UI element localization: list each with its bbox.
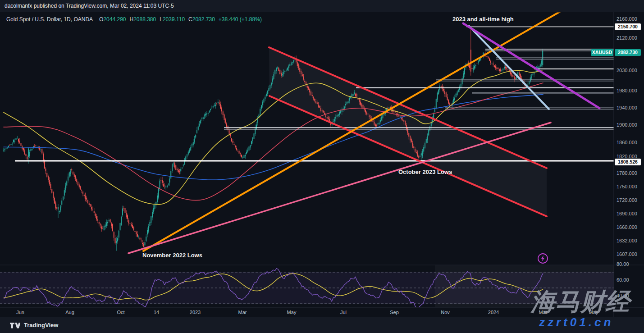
price-axis-tick[interactable]: 2160.000	[617, 16, 637, 22]
close-value: 2082.730	[192, 16, 215, 23]
price-zone	[496, 57, 614, 59]
open-value: 2044.290	[103, 16, 126, 23]
time-axis-tick[interactable]: 2024	[488, 310, 499, 315]
lightning-bolt-icon[interactable]	[537, 253, 548, 264]
close-label: C	[188, 16, 192, 23]
price-axis-tick[interactable]: 1607.000	[617, 251, 637, 257]
publish-info-bar: dacolmanfx published on TradingView.com,…	[0, 0, 644, 12]
price-tag: 1808.526	[615, 159, 641, 165]
time-axis-tick[interactable]: Aug	[65, 310, 74, 315]
time-axis-tick[interactable]: Jun	[16, 310, 24, 315]
watermark-text: 海马财经	[531, 286, 630, 319]
price-axis-tick[interactable]: 1632.000	[617, 238, 637, 243]
time-axis-tick[interactable]: Oct	[117, 310, 124, 315]
main-pane[interactable]	[3, 8, 614, 255]
rsi-axis-tick[interactable]: 80.00	[617, 261, 629, 267]
low-value: 2039.110	[163, 16, 185, 23]
price-axis-tick[interactable]: 1980.000	[617, 88, 637, 93]
annotation-label: 2023 and all-time high	[452, 16, 514, 23]
time-axis-tick[interactable]: 14	[154, 310, 159, 315]
high-value: 2088.380	[133, 16, 156, 23]
time-axis-tick[interactable]: 2023	[190, 310, 201, 315]
price-axis-tick[interactable]: 1750.000	[617, 184, 637, 189]
price-axis-tick[interactable]: 2030.000	[617, 68, 637, 73]
time-axis-tick[interactable]: Jul	[340, 310, 347, 315]
price-tag: 2082.730	[615, 49, 641, 56]
rsi-axis-tick[interactable]: 60.00	[617, 277, 629, 283]
publish-info-text: dacolmanfx published on TradingView.com,…	[5, 3, 174, 9]
symbol-title: Gold Spot / U.S. Dollar, 1D, OANDA	[6, 16, 93, 23]
time-axis-tick[interactable]: Mar	[238, 310, 247, 315]
price-zone	[445, 108, 614, 109]
tradingview-logo[interactable]	[10, 321, 20, 329]
trendline-descending-lightblue[interactable]	[469, 26, 549, 109]
symbol-legend[interactable]: Gold Spot / U.S. Dollar, 1D, OANDAO2044.…	[6, 16, 262, 23]
time-axis-tick[interactable]: May	[287, 310, 297, 315]
price-axis-tick[interactable]: 1940.000	[617, 105, 637, 110]
rsi-pane[interactable]	[0, 265, 614, 308]
price-axis-tick[interactable]: 1780.000	[617, 170, 637, 176]
footer-brand[interactable]: TradingView	[24, 322, 58, 328]
price-tag: 2150.700	[615, 23, 641, 30]
price-axis-tick[interactable]: 1690.000	[617, 211, 637, 216]
ticker-tag: XAUUSD	[591, 49, 613, 56]
price-axis-tick[interactable]: 1900.000	[617, 122, 637, 128]
time-axis-tick[interactable]: Nov	[441, 310, 450, 315]
price-axis-tick[interactable]: 1660.000	[617, 224, 637, 230]
price-zone	[436, 79, 614, 81]
price-axis-tick[interactable]: 2120.000	[617, 35, 637, 41]
annotation-label: October 2023 Lows	[398, 169, 452, 175]
annotation-label: November 2022 Lows	[142, 252, 202, 259]
price-axis-tick[interactable]: 1860.000	[617, 140, 637, 145]
price-zone	[224, 128, 614, 130]
tradingview-published-chart: dacolmanfx published on TradingView.com,…	[0, 0, 644, 333]
price-axis-tick[interactable]: 1720.000	[617, 197, 637, 203]
change-value: +38.440 (+1.88%)	[219, 16, 262, 23]
high-label: H	[129, 16, 133, 23]
time-axis-tick[interactable]: Sep	[390, 310, 399, 315]
low-label: L	[160, 16, 163, 23]
chart-surface[interactable]	[0, 0, 644, 333]
watermark-url: zzrt01.cn	[539, 315, 613, 329]
chart-area: Gold Spot / U.S. Dollar, 1D, OANDAO2044.…	[0, 0, 644, 333]
